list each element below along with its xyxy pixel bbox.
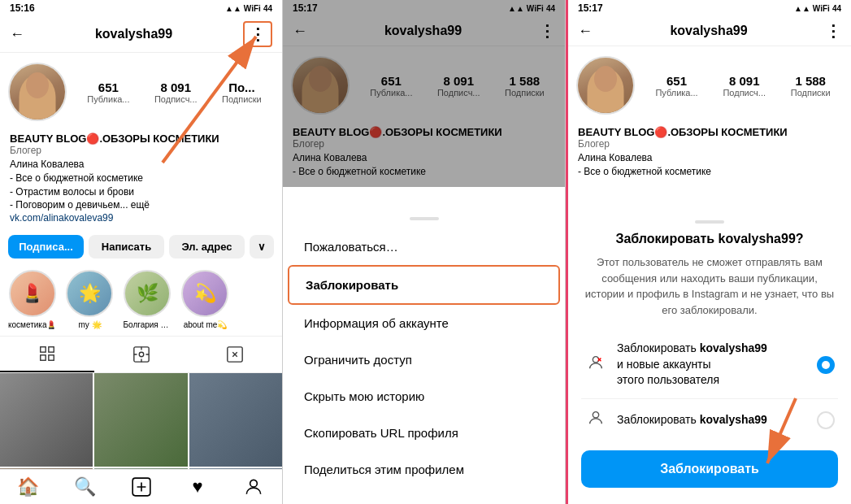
menu-item-report[interactable]: Пожаловаться… (288, 228, 560, 265)
posts-label-1: Публика... (87, 94, 129, 104)
nav-home-1[interactable]: 🏠 (0, 476, 56, 497)
post-thumb-2[interactable] (94, 373, 187, 466)
radio-inner-both (822, 361, 830, 369)
bottom-nav-1: 🏠 🔍 ♥ (0, 469, 282, 504)
tab-bar-1 (0, 336, 282, 373)
dialog-description: Этот пользователь не сможет отправлять в… (581, 254, 838, 318)
bio-text-1: Алина Ковалева - Все о бюджетной космети… (10, 158, 272, 212)
posts-count-1: 651 (98, 80, 119, 94)
followers-label-3: Подписч... (723, 88, 766, 98)
screens-container: 15:16 ▲▲ WiFi 44 ← kovalysha99 ⋮ 651 Пуб… (0, 0, 851, 504)
highlight-about[interactable]: 💫 about me💫 (181, 270, 228, 329)
block-option-both[interactable]: Заблокировать kovalysha99и новые аккаунт… (581, 331, 838, 399)
time-3: 15:17 (578, 2, 603, 14)
avatar-3 (576, 56, 635, 115)
profile-bio-3: BEAUTY BLOG🔴.ОБЗОРЫ КОСМЕТИКИ Блогер Али… (568, 124, 851, 185)
nav-add-1[interactable] (113, 476, 169, 497)
wifi-icon-3: WiFi (813, 4, 830, 13)
status-icons-1: ▲▲ WiFi 44 (225, 4, 272, 13)
tab-reels-1[interactable] (94, 337, 189, 372)
username-3: kovalysha99 (670, 24, 747, 38)
following-label-1: Подписки (222, 94, 262, 104)
nav-profile-1[interactable] (226, 476, 282, 497)
stat-following-1: По... Подписки (222, 80, 262, 104)
menu-item-restrict[interactable]: Ограничить доступ (288, 341, 560, 378)
stats-container-1: 651 Публика... 8 091 Подписч... По... По… (75, 80, 274, 104)
profile-stats-3: 651 Публика... 8 091 Подписч... 1 588 По… (568, 46, 851, 124)
nav-likes-1[interactable]: ♥ (169, 476, 225, 497)
time-1: 15:16 (10, 2, 35, 14)
followers-label-1: Подписч... (154, 94, 198, 104)
menu-item-account-info[interactable]: Информация об аккаунте (288, 305, 560, 341)
nav-search-1[interactable]: 🔍 (56, 476, 112, 497)
highlight-cosmetics[interactable]: 💄 косметика💄 (8, 270, 56, 329)
message-button-1[interactable]: Написать (89, 235, 164, 259)
dialog-title: Заблокировать kovalysha99? (581, 232, 838, 246)
person-icon-1 (584, 354, 607, 376)
bio-link-1[interactable]: vk.com/alinakovaleva99 (10, 212, 272, 224)
menu-item-hide-story[interactable]: Скрыть мою историю (288, 378, 560, 415)
bio-title-3: BEAUTY BLOG🔴.ОБЗОРЫ КОСМЕТИКИ (578, 126, 841, 138)
highlight-circle-bulgaria: 🌿 (124, 270, 171, 317)
status-bar-1: 15:16 ▲▲ WiFi 44 (0, 0, 282, 16)
tab-tagged-1[interactable] (188, 337, 282, 372)
highlight-circle-about: 💫 (181, 270, 228, 317)
screen-overlay-2 (283, 0, 565, 187)
person-icon-2 (584, 409, 607, 431)
screen-2: 15:17 ▲▲ WiFi 44 ← kovalysha99 ⋮ 651 Пуб… (283, 0, 566, 504)
screen-3: 15:17 ▲▲ WiFi 44 ← kovalysha99 ⋮ 651 Пуб… (568, 0, 851, 504)
dialog-handle (695, 220, 724, 224)
menu-item-share-profile[interactable]: Поделиться этим профилем (288, 451, 560, 488)
username-1: kovalysha99 (95, 27, 172, 41)
followers-count-3: 8 091 (729, 74, 760, 88)
radio-both[interactable] (817, 356, 835, 374)
back-button-3[interactable]: ← (578, 23, 593, 40)
battery-icon-1: 44 (263, 4, 272, 13)
post-thumb-3[interactable] (189, 373, 282, 466)
block-confirm-button[interactable]: Заблокировать (581, 450, 838, 488)
profile-stats-1: 651 Публика... 8 091 Подписч... По... По… (0, 53, 282, 131)
highlight-circle-cosmetics: 💄 (9, 270, 56, 317)
stat-followers-1: 8 091 Подписч... (154, 80, 198, 104)
followers-count-1: 8 091 (160, 80, 191, 94)
status-bar-3: 15:17 ▲▲ WiFi 44 (568, 0, 851, 16)
post-thumb-1[interactable] (0, 373, 93, 466)
block-option-text-both: Заблокировать kovalysha99и новые аккаунт… (617, 341, 817, 389)
wifi-icon-1: WiFi (244, 4, 261, 13)
stats-container-3: 651 Публика... 8 091 Подписч... 1 588 По… (643, 74, 843, 98)
svg-point-10 (250, 480, 258, 487)
menu-button-1[interactable]: ⋮ (243, 21, 272, 47)
menu-handle-2 (410, 217, 439, 220)
svg-point-5 (139, 352, 144, 357)
email-button-1[interactable]: Эл. адрес (169, 235, 245, 259)
context-menu-2: Пожаловаться… Заблокировать Информация о… (283, 209, 565, 504)
svg-point-11 (593, 357, 598, 363)
highlight-bulgaria[interactable]: 🌿 Болгария 20... (123, 270, 172, 329)
block-option-single[interactable]: Заблокировать kovalysha99 (581, 399, 838, 441)
bio-title-1: BEAUTY BLOG🔴.ОБЗОРЫ КОСМЕТИКИ (10, 133, 272, 145)
stat-posts-1: 651 Публика... (87, 80, 129, 104)
highlight-circle-my: 🌟 (66, 270, 113, 317)
highlight-my[interactable]: 🌟 my 🌟 (66, 270, 113, 329)
signal-icon-1: ▲▲ (225, 4, 241, 13)
block-option-text-single: Заблокировать kovalysha99 (617, 412, 817, 428)
svg-rect-2 (41, 355, 46, 360)
radio-single[interactable] (817, 411, 835, 429)
subscribe-button-1[interactable]: Подписа... (8, 235, 84, 259)
bio-text-3: Алина Ковалева - Все о бюджетной космети… (578, 151, 841, 179)
avatar-1 (8, 63, 67, 121)
profile-bio-1: BEAUTY BLOG🔴.ОБЗОРЫ КОСМЕТИКИ Блогер Али… (0, 131, 282, 230)
dropdown-button-1[interactable]: ∨ (250, 235, 274, 259)
menu-button-3[interactable]: ⋮ (825, 21, 841, 41)
tab-grid-1[interactable] (0, 337, 94, 372)
highlight-label-my: my 🌟 (78, 320, 101, 329)
highlights-row-1: 💄 косметика💄 🌟 my 🌟 🌿 Болгария 20... 💫 a… (0, 263, 282, 336)
following-label-3: Подписки (791, 88, 831, 98)
menu-item-block[interactable]: Заблокировать (288, 265, 560, 305)
svg-rect-1 (49, 347, 54, 352)
screen-1: 15:16 ▲▲ WiFi 44 ← kovalysha99 ⋮ 651 Пуб… (0, 0, 283, 504)
back-button-1[interactable]: ← (10, 26, 24, 43)
menu-item-copy-url[interactable]: Скопировать URL профиля (288, 415, 560, 451)
bio-category-1: Блогер (10, 145, 272, 156)
stat-followers-3: 8 091 Подписч... (723, 74, 766, 98)
